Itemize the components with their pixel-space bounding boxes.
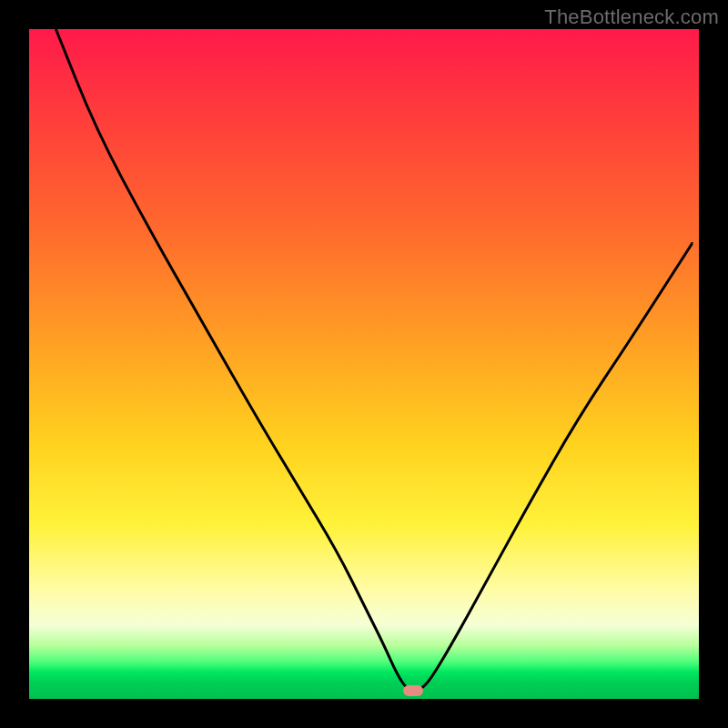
- chart-container: TheBottleneck.com: [0, 0, 728, 728]
- curve-svg: [29, 29, 699, 699]
- watermark-text: TheBottleneck.com: [544, 5, 719, 29]
- bottleneck-curve: [56, 29, 692, 691]
- bottleneck-marker: [403, 685, 423, 696]
- plot-area: [29, 29, 699, 699]
